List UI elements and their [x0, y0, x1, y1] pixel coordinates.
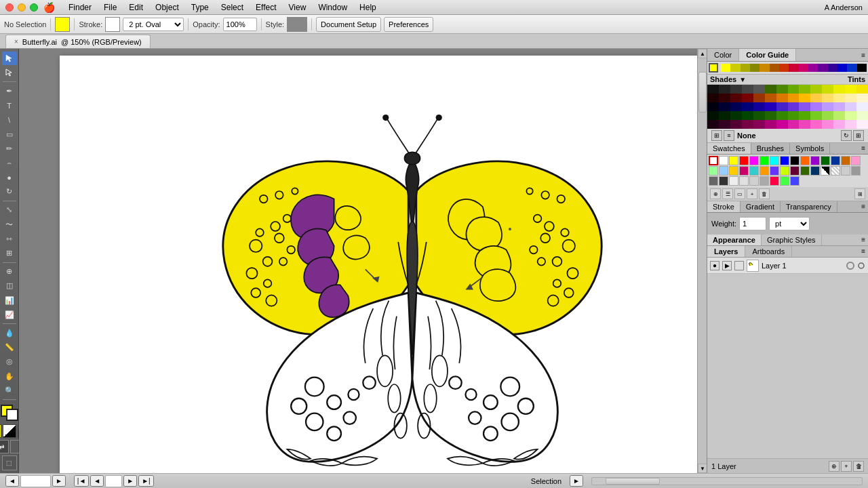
shade-cell[interactable]	[799, 85, 810, 94]
swatch-gradient1[interactable]	[821, 166, 830, 176]
shade-cell[interactable]	[742, 120, 753, 129]
scroll-thumb[interactable]	[698, 72, 707, 113]
shade-cell[interactable]	[742, 94, 753, 102]
shade-cell[interactable]	[788, 111, 800, 120]
swatch-white[interactable]	[719, 156, 728, 165]
shade-cell[interactable]	[730, 94, 742, 102]
swap-colors-button[interactable]: ⇄	[0, 440, 9, 453]
blob-brush-tool[interactable]: ●	[2, 171, 17, 184]
measure-tool[interactable]: 📏	[2, 341, 17, 354]
shade-cell[interactable]	[753, 120, 765, 129]
swatch-purple[interactable]	[810, 156, 820, 165]
layers-menu-icon[interactable]: ≡	[859, 246, 868, 257]
menu-object[interactable]: Object	[150, 1, 184, 14]
shade-cell[interactable]	[742, 85, 753, 94]
layer-options-icon[interactable]	[857, 262, 865, 270]
shade-cell[interactable]	[788, 94, 800, 102]
shade-cell[interactable]	[845, 94, 856, 102]
menu-file[interactable]: File	[98, 1, 122, 14]
appearance-menu-icon[interactable]: ≡	[859, 235, 868, 245]
shade-cell[interactable]	[799, 120, 810, 129]
weight-unit-select[interactable]: pt	[769, 217, 810, 230]
selection-tool[interactable]	[2, 52, 17, 65]
symbol-sprayer-tool[interactable]: ◎	[2, 355, 17, 369]
shade-cell[interactable]	[810, 111, 822, 120]
shade-cell[interactable]	[822, 102, 833, 111]
swatch-pink[interactable]	[851, 156, 861, 165]
first-page-button[interactable]: |◄	[74, 475, 90, 487]
swatch-red[interactable]	[739, 156, 749, 165]
swatches-menu-icon[interactable]: ≡	[859, 143, 868, 154]
shade-cell[interactable]	[810, 102, 822, 111]
shade-cell[interactable]	[833, 85, 845, 94]
shade-cell[interactable]	[753, 102, 765, 111]
scale-tool[interactable]: ⤡	[2, 203, 17, 217]
hand-tool[interactable]: ✋	[2, 369, 17, 383]
layer-name[interactable]: Layer 1	[762, 262, 844, 270]
zoom-input[interactable]: 150%	[20, 475, 51, 487]
shade-cell[interactable]	[845, 85, 856, 94]
grid-view-icon[interactable]: ⊞	[711, 130, 722, 141]
new-layer-icon[interactable]: +	[841, 461, 852, 472]
shade-cell[interactable]	[765, 94, 776, 102]
chart-tool[interactable]: 📈	[2, 308, 17, 321]
tab-transparency[interactable]: Transparency	[781, 201, 837, 212]
swatch-teal[interactable]	[749, 166, 759, 176]
vertical-scrollbar[interactable]: ▲ ▼	[697, 49, 707, 473]
shade-cell[interactable]	[719, 120, 730, 129]
shade-cell[interactable]	[719, 111, 730, 120]
shade-cell[interactable]	[845, 120, 856, 129]
swatch-olive[interactable]	[800, 166, 810, 176]
scroll-up-arrow[interactable]: ▲	[698, 49, 707, 58]
swatch-pattern[interactable]	[831, 166, 840, 176]
play-button[interactable]: ►	[570, 475, 583, 487]
shade-cell[interactable]	[788, 85, 800, 94]
swatch-violet[interactable]	[770, 166, 779, 176]
shade-cell[interactable]	[719, 85, 730, 94]
menu-finder[interactable]: Finder	[63, 1, 97, 14]
shade-cell[interactable]	[707, 85, 719, 94]
shade-cell[interactable]	[856, 94, 868, 102]
shade-cell[interactable]	[833, 94, 845, 102]
shade-cell[interactable]	[730, 120, 742, 129]
close-button[interactable]	[5, 3, 14, 12]
swatch-navy[interactable]	[831, 156, 840, 165]
shade-cell[interactable]	[753, 85, 765, 94]
shade-cell[interactable]	[833, 102, 845, 111]
tab-color-guide[interactable]: Color Guide	[739, 49, 796, 61]
shade-cell[interactable]	[810, 94, 822, 102]
layer-visibility-toggle[interactable]: ●	[710, 261, 719, 270]
active-color-fill[interactable]	[709, 63, 718, 73]
show-swatch-kinds-icon[interactable]: ☰	[722, 188, 733, 199]
menu-effect[interactable]: Effect	[250, 1, 281, 14]
shade-cell[interactable]	[765, 102, 776, 111]
tab-gradient[interactable]: Gradient	[741, 201, 781, 212]
maximize-button[interactable]	[30, 3, 38, 12]
shade-cell[interactable]	[788, 102, 800, 111]
shade-cell[interactable]	[707, 120, 719, 129]
swatch-lime[interactable]	[780, 166, 789, 176]
shade-cell[interactable]	[707, 111, 719, 120]
tab-symbols[interactable]: Symbols	[790, 143, 830, 154]
swatch-brown[interactable]	[841, 156, 850, 165]
graph-tool[interactable]: 📊	[2, 293, 17, 307]
tab-graphic-styles[interactable]: Graphic Styles	[762, 235, 822, 245]
canvas-area[interactable]: ▲ ▼	[19, 49, 707, 473]
fill-mode-button[interactable]	[0, 424, 1, 438]
shades-collapse[interactable]: ▼	[739, 76, 746, 83]
stroke-style-select[interactable]: 2 pt. Oval	[123, 18, 184, 31]
stroke-color-box[interactable]	[105, 17, 120, 32]
shade-cell[interactable]	[822, 85, 833, 94]
menu-view[interactable]: View	[283, 1, 312, 14]
shade-cell[interactable]	[730, 85, 742, 94]
horizontal-scrollbar[interactable]	[591, 477, 863, 485]
swatch-verylightgray[interactable]	[739, 176, 749, 186]
shade-cell[interactable]	[707, 102, 719, 111]
document-tab[interactable]: × Butterfly.ai @ 150% (RGB/Preview)	[5, 35, 151, 48]
layer-expand-icon[interactable]	[734, 261, 744, 270]
shade-cell[interactable]	[776, 102, 788, 111]
gradient-tool[interactable]: ◫	[2, 279, 17, 293]
tab-appearance[interactable]: Appearance	[707, 235, 762, 245]
zoom-out-button[interactable]: ◄	[5, 475, 19, 487]
shade-cell[interactable]	[730, 111, 742, 120]
